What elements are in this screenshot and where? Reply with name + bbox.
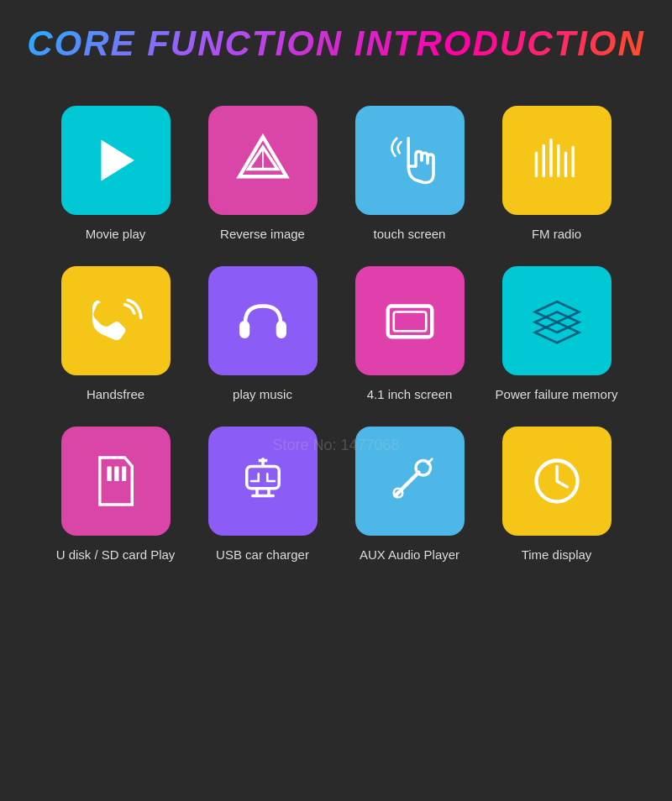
svg-rect-13 bbox=[393, 312, 426, 332]
power-failure-label: Power failure memory bbox=[496, 385, 618, 403]
udisk-sd-label: U disk / SD card Play bbox=[56, 546, 176, 563]
udisk-sd-icon-box bbox=[61, 427, 171, 536]
usb-charger-label: USB car charger bbox=[216, 546, 309, 563]
reverse-image-label: Reverse image bbox=[220, 225, 305, 243]
svg-line-25 bbox=[428, 459, 432, 463]
play-music-label: play music bbox=[233, 385, 292, 403]
svg-marker-21 bbox=[258, 459, 267, 463]
power-failure-icon-box bbox=[502, 266, 612, 375]
inch-screen-icon-box bbox=[355, 266, 465, 375]
svg-rect-5 bbox=[542, 144, 545, 177]
svg-rect-6 bbox=[549, 139, 553, 177]
handsfree-icon-box bbox=[61, 266, 171, 375]
aux-audio-label: AUX Audio Player bbox=[360, 546, 459, 563]
svg-rect-10 bbox=[239, 321, 249, 338]
movie-play-icon-box bbox=[61, 106, 171, 215]
feature-time-display: Time display bbox=[491, 427, 622, 563]
touch-screen-icon-box bbox=[355, 106, 465, 215]
time-display-label: Time display bbox=[522, 546, 592, 563]
svg-rect-14 bbox=[107, 467, 111, 482]
feature-aux-audio: AUX Audio Player bbox=[344, 427, 475, 563]
feature-udisk-sd: U disk / SD card Play bbox=[50, 427, 181, 563]
play-music-icon-box bbox=[208, 266, 318, 375]
time-display-icon-box bbox=[502, 427, 612, 536]
svg-rect-8 bbox=[564, 152, 567, 178]
page-title: CORE FUNCTION INTRODUCTION bbox=[0, 0, 672, 81]
feature-movie-play: Movie play bbox=[50, 106, 181, 243]
svg-line-23 bbox=[395, 473, 418, 496]
feature-inch-screen: 4.1 inch screen bbox=[344, 266, 475, 403]
inch-screen-label: 4.1 inch screen bbox=[367, 385, 453, 403]
feature-handsfree: Handsfree bbox=[50, 266, 181, 403]
svg-rect-9 bbox=[571, 146, 575, 178]
svg-rect-15 bbox=[114, 467, 118, 482]
feature-fm-radio: FM radio bbox=[491, 106, 622, 243]
touch-screen-label: touch screen bbox=[374, 225, 446, 243]
usb-charger-icon-box bbox=[208, 427, 318, 536]
svg-rect-11 bbox=[276, 321, 286, 338]
fm-radio-icon-box bbox=[502, 106, 612, 215]
svg-rect-4 bbox=[534, 152, 538, 178]
movie-play-label: Movie play bbox=[86, 225, 146, 243]
svg-line-28 bbox=[557, 481, 567, 487]
features-grid: Movie play Reverse image touch screen bbox=[0, 81, 672, 589]
reverse-image-icon-box bbox=[208, 106, 318, 215]
feature-usb-charger: USB car charger bbox=[197, 427, 328, 563]
handsfree-label: Handsfree bbox=[87, 385, 144, 403]
svg-marker-0 bbox=[101, 140, 134, 181]
svg-rect-16 bbox=[122, 467, 126, 482]
svg-rect-17 bbox=[246, 467, 279, 489]
svg-rect-7 bbox=[557, 144, 560, 177]
feature-reverse-image: Reverse image bbox=[197, 106, 328, 243]
fm-radio-label: FM radio bbox=[532, 225, 581, 243]
feature-power-failure: Power failure memory bbox=[491, 266, 622, 403]
feature-touch-screen: touch screen bbox=[344, 106, 475, 243]
feature-play-music: play music bbox=[197, 266, 328, 403]
aux-audio-icon-box bbox=[355, 427, 465, 536]
